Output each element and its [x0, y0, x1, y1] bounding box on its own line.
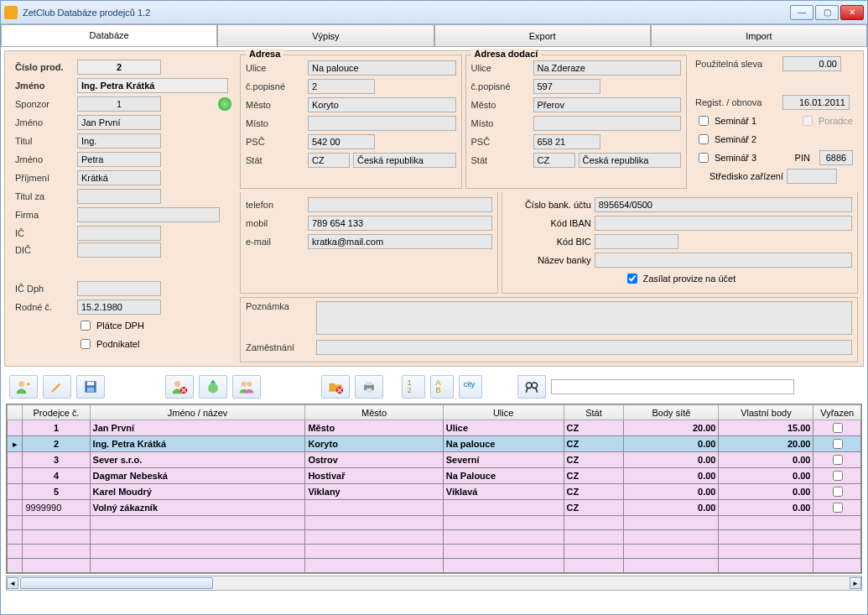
platce-dph-checkbox[interactable]: [81, 321, 91, 331]
table-row[interactable]: 1Jan PrvníMěstoUliceCZ20.0015.00: [8, 420, 861, 436]
rodne-field[interactable]: 15.2.1980: [77, 300, 161, 315]
dodaci-stat-name-field[interactable]: Česká republika: [579, 153, 682, 168]
adresa-mesto-field[interactable]: Koryto: [308, 97, 456, 112]
vyrazen-checkbox[interactable]: [833, 423, 843, 433]
col-body-site[interactable]: Body sítě: [624, 405, 719, 420]
scroll-left-icon[interactable]: ◄: [7, 577, 18, 589]
dodaci-cpopisne-label: č.popisné: [471, 81, 530, 91]
table-row[interactable]: [8, 516, 861, 530]
adresa-misto-field[interactable]: [308, 116, 456, 131]
minimize-button[interactable]: —: [790, 5, 813, 20]
vyrazen-checkbox[interactable]: [833, 455, 843, 465]
maximize-button[interactable]: ▢: [815, 5, 839, 20]
firma-field[interactable]: [77, 207, 220, 222]
vyrazen-checkbox[interactable]: [833, 471, 843, 481]
adresa-stat-code-field[interactable]: CZ: [308, 153, 350, 168]
col-stat[interactable]: Stát: [564, 405, 624, 420]
ic-field[interactable]: [77, 226, 161, 241]
titul-field[interactable]: Ing.: [77, 133, 161, 149]
ic-dph-field[interactable]: [77, 281, 161, 296]
data-grid[interactable]: Prodejce č. Jméno / název Město Ulice St…: [6, 404, 862, 574]
close-button[interactable]: ✕: [840, 5, 864, 20]
scroll-thumb[interactable]: [20, 577, 213, 589]
zasilat-checkbox[interactable]: [627, 274, 637, 284]
sleva-field[interactable]: 0.00: [782, 56, 841, 71]
dodaci-stat-code-field[interactable]: CZ: [533, 153, 575, 168]
bank-cislo-field[interactable]: 895654/0500: [595, 197, 852, 212]
add-user-button[interactable]: [9, 375, 38, 399]
vyrazen-checkbox[interactable]: [833, 487, 843, 497]
window-title: ZetClub Databáze prodejců 1.2: [23, 8, 790, 18]
users-button[interactable]: [232, 375, 261, 399]
save-button[interactable]: [76, 375, 105, 399]
vyrazen-checkbox[interactable]: [833, 439, 843, 449]
table-row[interactable]: 9999990Volný zákazníkCZ0.000.00: [8, 500, 861, 516]
delete-user-button[interactable]: [165, 375, 194, 399]
table-row[interactable]: ▸2Ing. Petra KrátkáKorytoNa palouceCZ0.0…: [8, 436, 861, 452]
email-field[interactable]: kratka@mail.com: [308, 234, 492, 249]
tab-import[interactable]: Import: [651, 24, 867, 46]
stredisko-field[interactable]: [787, 169, 837, 184]
table-row[interactable]: 4Dagmar NebeskáHostivařNa PalouceCZ0.000…: [8, 468, 861, 484]
svg-text:2: 2: [408, 386, 412, 394]
adresa-psc-field[interactable]: 542 00: [308, 134, 375, 149]
prijmeni-field[interactable]: Krátká: [77, 170, 161, 185]
adresa-ulice-field[interactable]: Na palouce: [308, 60, 456, 76]
vyrazen-checkbox[interactable]: [833, 503, 843, 513]
col-mesto[interactable]: Město: [305, 405, 443, 420]
edit-button[interactable]: [43, 375, 71, 399]
tab-databaze[interactable]: Databáze: [1, 24, 217, 46]
filter-city-button[interactable]: city: [459, 375, 482, 399]
seminar1-checkbox[interactable]: [699, 116, 709, 126]
adresa-stat-name-field[interactable]: Česká republika: [353, 153, 456, 168]
dodaci-misto-field[interactable]: [533, 116, 682, 131]
jmeno-full-field[interactable]: Ing. Petra Krátká: [77, 78, 228, 93]
bank-iban-field[interactable]: [595, 216, 852, 231]
tab-vypisy[interactable]: Výpisy: [217, 24, 434, 46]
filter-abc-button[interactable]: AB: [430, 375, 454, 399]
search-input[interactable]: [551, 379, 794, 394]
sponzor-field[interactable]: 1: [77, 96, 161, 112]
folder-delete-button[interactable]: [321, 375, 350, 399]
cislo-prod-field[interactable]: 2: [77, 60, 161, 75]
col-jmeno[interactable]: Jméno / název: [90, 405, 305, 420]
podnikatel-checkbox[interactable]: [81, 339, 91, 349]
col-prodejce[interactable]: Prodejce č.: [23, 405, 90, 420]
titul-za-field[interactable]: [77, 189, 161, 204]
table-row[interactable]: [8, 559, 861, 573]
bank-nazev-field[interactable]: [595, 253, 852, 268]
table-row[interactable]: 5Karel MoudrýViklanyViklaváCZ0.000.00: [8, 484, 861, 500]
print-button[interactable]: [355, 375, 383, 399]
sponsor-icon[interactable]: [218, 97, 231, 111]
zamestnani-field[interactable]: [316, 340, 852, 355]
table-row[interactable]: [8, 545, 861, 559]
col-vlastni-body[interactable]: Vlastní body: [719, 405, 813, 420]
transfer-button[interactable]: [199, 375, 227, 399]
dodaci-cpopisne-field[interactable]: 597: [533, 79, 600, 94]
adresa-cpopisne-field[interactable]: 2: [308, 79, 375, 94]
col-vyrazen[interactable]: Vyřazen: [813, 405, 861, 420]
col-ulice[interactable]: Ulice: [443, 405, 564, 420]
regist-field[interactable]: 16.01.2011: [782, 95, 850, 110]
jmeno-field[interactable]: Petra: [77, 152, 161, 167]
seminar2-checkbox[interactable]: [699, 134, 709, 144]
dodaci-ulice-field[interactable]: Na Zderaze: [533, 60, 682, 76]
pin-field[interactable]: 6886: [819, 150, 853, 165]
horizontal-scrollbar[interactable]: ◄ ►: [6, 576, 862, 591]
mobil-field[interactable]: 789 654 133: [308, 216, 492, 231]
tab-export[interactable]: Export: [434, 24, 651, 46]
jmeno-full-label: Jméno: [15, 81, 74, 91]
scroll-right-icon[interactable]: ►: [850, 577, 861, 589]
jmeno-sponzor-field[interactable]: Jan První: [77, 115, 161, 130]
telefon-field[interactable]: [308, 197, 492, 212]
dic-field[interactable]: [77, 242, 161, 258]
search-button[interactable]: [517, 375, 546, 399]
bank-bic-field[interactable]: [595, 234, 678, 249]
seminar3-checkbox[interactable]: [699, 153, 709, 163]
table-row[interactable]: [8, 530, 861, 545]
filter-123-button[interactable]: 12: [402, 375, 425, 399]
table-row[interactable]: 3Sever s.r.o.OstrovSeverníCZ0.000.00: [8, 452, 861, 468]
poznamka-field[interactable]: [316, 301, 852, 335]
dodaci-psc-field[interactable]: 658 21: [533, 134, 600, 149]
dodaci-mesto-field[interactable]: Přerov: [533, 97, 682, 112]
